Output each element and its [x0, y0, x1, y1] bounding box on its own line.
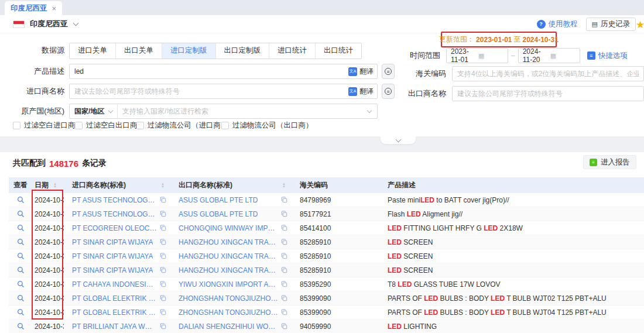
- cell-exporter-link[interactable]: HANGZHOU XINGCAN TRADING CO LTD: [179, 252, 278, 260]
- copy-icon[interactable]: [157, 225, 170, 231]
- cell-hs-code: 85399090: [300, 308, 331, 317]
- copy-icon[interactable]: [157, 281, 170, 287]
- origin-search-input[interactable]: [118, 107, 368, 115]
- copy-icon[interactable]: [278, 281, 292, 287]
- col-header-exporter[interactable]: 出口商名称(标准)▲▼: [170, 180, 292, 190]
- copy-icon[interactable]: [278, 323, 292, 329]
- cell-exporter-link[interactable]: YIWU XIONGXIN IMPORT AND EXPORT...: [179, 280, 278, 289]
- copy-icon[interactable]: [157, 211, 170, 217]
- cell-hs-code: 84798969: [300, 196, 331, 204]
- product-desc-input[interactable]: [69, 64, 378, 79]
- cell-importer-link[interactable]: PT SINAR CIPTA WIJAYA: [72, 266, 153, 274]
- copy-icon[interactable]: [157, 253, 170, 259]
- sort-icon[interactable]: ▲▼: [53, 183, 57, 188]
- sort-icon[interactable]: ▲▼: [161, 183, 165, 188]
- copy-icon[interactable]: [278, 267, 292, 273]
- cell-exporter-link[interactable]: HANGZHOU XINGCAN TRADING CO LTD: [179, 238, 278, 246]
- copy-icon[interactable]: [157, 267, 170, 273]
- tab-export-custom[interactable]: 出口定制版: [215, 43, 269, 59]
- copy-icon[interactable]: [157, 295, 170, 301]
- chevron-down-icon: [395, 136, 401, 142]
- cell-importer-link[interactable]: PT BRILLIANT JAYA WOOD INDUSTRY: [72, 322, 157, 331]
- copy-icon[interactable]: [157, 323, 170, 329]
- update-range-to: 2024-10-31: [523, 36, 559, 44]
- view-record-icon[interactable]: [17, 280, 25, 288]
- hs-code-input[interactable]: [452, 66, 644, 81]
- date-from-input[interactable]: 2023-11-01 ▦: [446, 48, 508, 63]
- view-record-icon[interactable]: [17, 238, 25, 246]
- collapse-form-handle[interactable]: [381, 136, 416, 144]
- copy-icon[interactable]: [278, 197, 292, 203]
- date-separator: –: [511, 52, 515, 60]
- filter-logistics-importer-checkbox[interactable]: 过滤物流公司（进口商）: [136, 121, 228, 131]
- view-record-icon[interactable]: [17, 224, 25, 232]
- copy-icon[interactable]: [278, 253, 292, 259]
- cell-exporter-link[interactable]: CHONGQING WINWAY IMPORT AND E...: [179, 224, 278, 232]
- filter-blank-importer-checkbox[interactable]: 过滤空白进口商: [13, 121, 76, 131]
- report-label: 进入报告: [601, 157, 630, 167]
- product-desc-label: 产品描述: [0, 64, 64, 79]
- date-to-input[interactable]: 2024-11-20 ▦: [518, 48, 580, 63]
- exporter-input[interactable]: [452, 86, 644, 101]
- tab-import-custom[interactable]: 进口定制版: [162, 43, 215, 59]
- importer-input[interactable]: [69, 84, 378, 99]
- checkbox-label: 过滤物流公司（进口商）: [148, 121, 228, 131]
- favorite-star-icon[interactable]: ★: [636, 19, 644, 31]
- cell-exporter-link[interactable]: HANGZHOU XINGCAN TRADING CO LTD: [179, 266, 278, 274]
- view-record-icon[interactable]: [17, 322, 25, 330]
- history-button[interactable]: ▤ 历史记录: [586, 18, 636, 31]
- view-record-icon[interactable]: [17, 294, 25, 302]
- tab-import-stats[interactable]: 进口统计: [269, 43, 315, 59]
- tab-export-declaration[interactable]: 出口关单: [115, 43, 162, 59]
- view-record-icon[interactable]: [17, 266, 25, 274]
- cell-importer-link[interactable]: PT GLOBAL ELEKTRIK NASIONAL: [72, 308, 157, 317]
- col-header-date[interactable]: 日期▲▼: [32, 180, 64, 190]
- checkbox-label: 过滤物流公司（出口商）: [232, 121, 313, 131]
- copy-icon[interactable]: [157, 239, 170, 245]
- cell-importer-link[interactable]: PT GLOBAL ELEKTRIK NASIONAL: [72, 294, 157, 303]
- col-header-importer[interactable]: 进口商名称(标准)▲▼: [64, 180, 170, 190]
- tab-import-declaration[interactable]: 进口关单: [70, 43, 115, 59]
- country-tab[interactable]: 印度尼西亚 ×: [5, 1, 62, 15]
- country-chevron-down-icon[interactable]: [73, 20, 79, 26]
- cell-date: 2024-10-31: [35, 266, 64, 274]
- cell-exporter-link[interactable]: ZHONGSHAN TONGJIUZHOU INTERNA...: [179, 308, 278, 317]
- cell-exporter-link[interactable]: ASUS GLOBAL PTE LTD: [179, 210, 258, 218]
- copy-icon[interactable]: [157, 197, 170, 203]
- sort-icon[interactable]: ▲▼: [282, 183, 286, 188]
- filter-logistics-exporter-checkbox[interactable]: 过滤物流公司（出口商）: [221, 121, 313, 131]
- enter-report-button[interactable]: ≡ 进入报告: [583, 155, 636, 169]
- cell-importer-link[interactable]: PT SINAR CIPTA WIJAYA: [72, 238, 153, 246]
- calendar-icon: ▦: [550, 52, 576, 60]
- cell-hs-code: 94059990: [300, 322, 331, 331]
- cell-importer-link[interactable]: PT ECOGREEN OLEOCHEMICALS: [72, 224, 157, 232]
- table-row: 2024-10-31PT SINAR CIPTA WIJAYAHANGZHOU …: [9, 249, 644, 263]
- cell-product-desc: LED FITTING LIGHT HRFY G LED 2X18W: [388, 224, 523, 232]
- tab-close-icon[interactable]: ×: [52, 4, 57, 13]
- cell-exporter-link[interactable]: DALIAN SHENGZHIHUI WOOD INDUST...: [179, 322, 278, 331]
- copy-icon[interactable]: [278, 309, 292, 315]
- cell-importer-link[interactable]: PT ASUS TECHNOLOGY INDONESIA BA...: [72, 210, 157, 218]
- cell-importer-link[interactable]: PT CAHAYA INDONESIA KARGO: [72, 280, 157, 289]
- cell-exporter-link[interactable]: ASUS GLOBAL PTE LTD: [179, 196, 258, 204]
- origin-type-select[interactable]: 国家/地区: [70, 104, 118, 118]
- view-record-icon[interactable]: [17, 308, 25, 316]
- copy-icon[interactable]: [278, 295, 292, 301]
- filter-blank-exporter-checkbox[interactable]: 过滤空白出口商: [75, 121, 138, 131]
- tutorial-link[interactable]: ? 使用教程: [537, 19, 578, 29]
- cell-importer-link[interactable]: PT ASUS TECHNOLOGY INDONESIA BA...: [72, 196, 157, 204]
- date-to-value: 2024-11-20: [523, 47, 548, 64]
- quick-options-link[interactable]: ≡ 快捷选项: [587, 51, 628, 61]
- report-icon: ≡: [590, 159, 597, 166]
- cell-product-desc: Flash LED Aligment jig//: [388, 210, 463, 218]
- view-record-icon[interactable]: [17, 196, 25, 204]
- copy-icon[interactable]: [278, 225, 292, 231]
- tutorial-icon: ?: [537, 20, 546, 29]
- view-record-icon[interactable]: [17, 252, 25, 260]
- cell-importer-link[interactable]: PT SINAR CIPTA WIJAYA: [72, 252, 153, 260]
- copy-icon[interactable]: [278, 239, 292, 245]
- view-record-icon[interactable]: [17, 210, 25, 218]
- cell-exporter-link[interactable]: ZHONGSHAN TONGJIUZHOU INTERNA...: [179, 294, 278, 303]
- copy-icon[interactable]: [157, 309, 170, 315]
- copy-icon[interactable]: [278, 211, 292, 217]
